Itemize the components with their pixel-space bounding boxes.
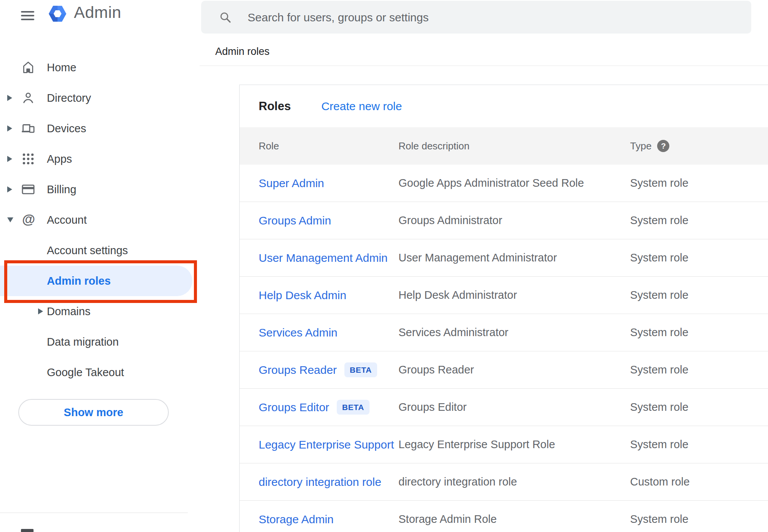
search-icon [219, 11, 232, 24]
role-description: directory integration role [398, 476, 630, 488]
partial-bottom-icon [21, 529, 34, 532]
sidebar-item-directory[interactable]: Directory [0, 83, 200, 113]
table-row: Groups Editor BETA Groups Editor System … [240, 389, 768, 426]
role-description: Legacy Enterprise Support Role [398, 438, 630, 451]
breadcrumb: Admin roles [215, 46, 270, 58]
role-type: System role [630, 214, 768, 227]
role-link[interactable]: Super Admin [259, 177, 324, 190]
role-description: Groups Administrator [398, 214, 630, 227]
role-link[interactable]: User Management Admin [259, 252, 388, 264]
sidebar-item-apps[interactable]: Apps [0, 144, 200, 174]
role-link[interactable]: directory integration role [259, 476, 381, 489]
at-sign-icon: @ [21, 213, 35, 227]
role-link[interactable]: Help Desk Admin [259, 289, 346, 302]
role-description: Help Desk Administrator [398, 289, 630, 301]
sidebar-item-google-takeout[interactable]: Google Takeout [0, 357, 200, 388]
table-row: User Management Admin User Management Ad… [240, 239, 768, 277]
role-link[interactable]: Groups Reader [259, 364, 337, 377]
column-header-role-description: Role description [398, 140, 630, 152]
sidebar-item-account[interactable]: @ Account [0, 205, 200, 235]
admin-logo-icon [48, 4, 67, 23]
table-header-row: Role Role description Type ? [240, 127, 768, 165]
roles-card-header: Roles Create new role [240, 85, 768, 127]
role-link[interactable]: Legacy Enterprise Support [259, 438, 394, 451]
role-type: System role [630, 513, 768, 526]
column-header-type: Type ? [630, 140, 768, 152]
role-link[interactable]: Groups Editor [259, 401, 329, 414]
expand-arrow-icon[interactable] [7, 125, 12, 131]
sidebar-item-devices[interactable]: Devices [0, 113, 200, 144]
expand-arrow-icon[interactable] [7, 186, 12, 192]
role-type: System role [630, 252, 768, 264]
svg-text:@: @ [22, 213, 35, 226]
sidebar: Admin Home Directory Devices Apps Billin… [0, 0, 200, 532]
role-link[interactable]: Services Admin [259, 326, 338, 339]
beta-badge: BETA [337, 400, 370, 415]
table-row: Help Desk Admin Help Desk Administrator … [240, 277, 768, 314]
sidebar-item-data-migration[interactable]: Data migration [0, 327, 200, 357]
role-type: System role [630, 177, 768, 189]
table-row: Groups Admin Groups Administrator System… [240, 202, 768, 239]
sidebar-divider [0, 513, 188, 513]
role-type: System role [630, 289, 768, 301]
expand-arrow-icon[interactable] [7, 218, 13, 223]
menu-icon[interactable] [21, 11, 34, 20]
role-description: Services Administrator [398, 326, 630, 339]
help-icon[interactable]: ? [657, 140, 669, 152]
expand-arrow-icon[interactable] [38, 308, 43, 314]
create-new-role-link[interactable]: Create new role [321, 100, 402, 113]
sidebar-item-home[interactable]: Home [0, 52, 200, 83]
billing-card-icon [21, 182, 35, 197]
table-row: directory integration role directory int… [240, 463, 768, 501]
sidebar-item-domains[interactable]: Domains [0, 296, 200, 327]
table-row: Legacy Enterprise Support Legacy Enterpr… [240, 426, 768, 463]
role-description: User Management Administrator [398, 252, 630, 264]
devices-icon [21, 121, 35, 136]
person-icon [21, 91, 35, 105]
role-link[interactable]: Groups Admin [259, 214, 331, 227]
role-description: Google Apps Administrator Seed Role [398, 177, 630, 189]
role-description: Storage Admin Role [398, 513, 630, 526]
sidebar-item-account-settings[interactable]: Account settings [0, 235, 200, 266]
role-type: Custom role [630, 476, 768, 488]
role-type: System role [630, 438, 768, 451]
table-row: Services Admin Services Administrator Sy… [240, 314, 768, 351]
role-type: System role [630, 401, 768, 413]
roles-card: Roles Create new role Role Role descript… [239, 85, 768, 532]
expand-arrow-icon[interactable] [7, 156, 12, 162]
apps-grid-icon [21, 152, 35, 166]
search-bar[interactable] [201, 1, 751, 34]
expand-arrow-icon[interactable] [7, 95, 12, 101]
role-description: Groups Editor [398, 401, 630, 413]
roles-title: Roles [259, 99, 291, 113]
role-link[interactable]: Storage Admin [259, 513, 334, 526]
sidebar-item-billing[interactable]: Billing [0, 174, 200, 205]
app-title: Admin [74, 3, 121, 22]
app-header: Admin [0, 0, 200, 27]
search-input[interactable] [247, 1, 721, 34]
beta-badge: BETA [344, 362, 377, 377]
role-type: System role [630, 326, 768, 339]
table-body: Super Admin Google Apps Administrator Se… [240, 165, 768, 532]
role-type: System role [630, 364, 768, 376]
header-divider [200, 66, 768, 66]
show-more-button[interactable]: Show more [18, 399, 169, 426]
sidebar-item-admin-roles[interactable]: Admin roles [0, 266, 200, 296]
table-row: Super Admin Google Apps Administrator Se… [240, 165, 768, 202]
table-row: Groups Reader BETA Groups Reader System … [240, 351, 768, 389]
column-header-role: Role [259, 140, 398, 152]
table-row: Storage Admin Storage Admin Role System … [240, 501, 768, 532]
main-content: Admin roles Roles Create new role Role R… [200, 0, 768, 532]
home-icon [21, 60, 35, 75]
sidebar-nav: Home Directory Devices Apps Billing @ Ac… [0, 52, 200, 388]
role-description: Groups Reader [398, 364, 630, 376]
